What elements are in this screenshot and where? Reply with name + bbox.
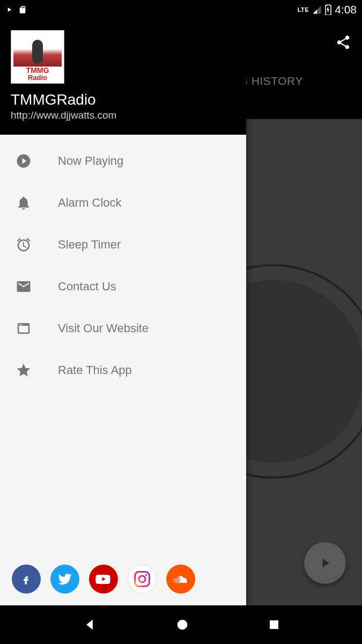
nav-label: Sleep Timer (58, 238, 121, 252)
svg-rect-0 (135, 572, 150, 587)
app-logo: TMMG Radio (11, 30, 64, 84)
soundcloud-icon[interactable] (166, 565, 195, 594)
svg-point-3 (177, 620, 187, 630)
status-bar: LTE 4:08 (0, 0, 362, 19)
nav-item-alarm-clock[interactable]: Alarm Clock (0, 182, 246, 224)
instagram-icon[interactable] (128, 565, 157, 594)
nav-label: Alarm Clock (58, 196, 122, 210)
recent-button[interactable] (268, 618, 280, 631)
signal-icon (312, 5, 322, 14)
social-row (0, 553, 246, 605)
bell-icon (15, 194, 32, 211)
nav-list: Now Playing Alarm Clock Sleep Timer Cont… (0, 135, 246, 553)
play-circle-icon (15, 152, 32, 170)
svg-rect-4 (270, 620, 278, 629)
nav-item-contact-us[interactable]: Contact Us (0, 266, 246, 308)
share-icon[interactable] (335, 34, 351, 50)
nav-item-now-playing[interactable]: Now Playing (0, 140, 246, 182)
nav-label: Rate This App (58, 363, 132, 377)
sd-card-icon (18, 5, 27, 14)
facebook-icon[interactable] (12, 565, 41, 594)
navigation-drawer: TMMG Radio TMMGRadio http://www.djjwatts… (0, 19, 246, 605)
drawer-url: http://www.djjwatts.com (11, 109, 235, 121)
drawer-title: TMMGRadio (11, 91, 235, 108)
drawer-header: TMMG Radio TMMGRadio http://www.djjwatts… (0, 19, 246, 135)
alarm-icon (15, 236, 32, 253)
twitter-icon[interactable] (50, 565, 79, 594)
player-area (246, 119, 362, 605)
home-button[interactable] (175, 617, 190, 632)
android-nav-bar (0, 605, 362, 644)
play-button[interactable] (304, 542, 346, 584)
star-icon (15, 362, 32, 379)
back-button[interactable] (82, 617, 97, 632)
play-indicator-icon (5, 6, 13, 13)
nav-label: Visit Our Website (58, 321, 149, 335)
nav-label: Contact Us (58, 280, 116, 294)
nav-label: Now Playing (58, 154, 123, 168)
mail-icon (15, 278, 32, 295)
clock: 4:08 (335, 3, 357, 16)
svg-point-1 (139, 576, 145, 582)
nav-item-visit-website[interactable]: Visit Our Website (0, 308, 246, 349)
svg-point-2 (145, 574, 147, 576)
web-icon (15, 320, 32, 337)
network-type: LTE (298, 6, 309, 13)
nav-item-sleep-timer[interactable]: Sleep Timer (0, 224, 246, 266)
youtube-icon[interactable] (89, 565, 118, 594)
battery-icon (325, 4, 331, 15)
nav-item-rate-app[interactable]: Rate This App (0, 349, 246, 391)
